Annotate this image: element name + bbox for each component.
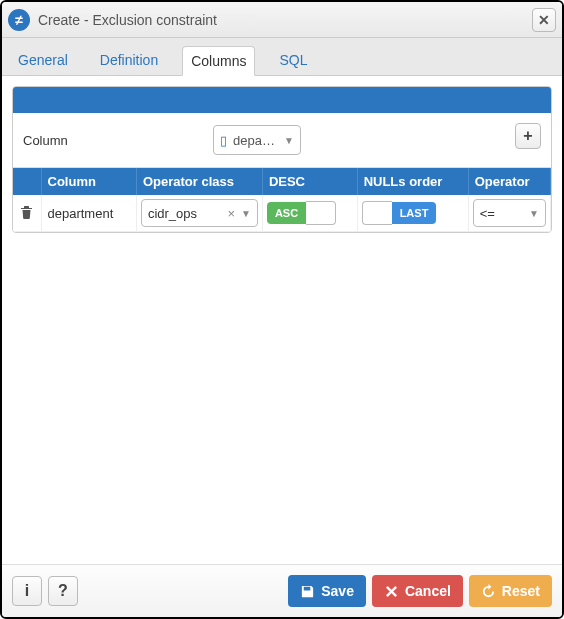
save-icon bbox=[300, 584, 315, 599]
column-icon: ▯ bbox=[220, 133, 227, 148]
cell-column-value: department bbox=[46, 202, 132, 225]
panel-header-bar bbox=[13, 87, 551, 113]
cell-nulls: LAST bbox=[357, 195, 468, 232]
grid-header-operator: Operator bbox=[468, 168, 550, 195]
nulls-toggle-label: LAST bbox=[392, 202, 437, 224]
trash-icon bbox=[20, 205, 33, 219]
info-button[interactable]: i bbox=[12, 576, 42, 606]
operator-value: <= bbox=[480, 206, 523, 221]
titlebar: ≠ Create - Exclusion constraint ✕ bbox=[2, 2, 562, 38]
plus-icon: + bbox=[523, 127, 532, 145]
cell-column: department bbox=[41, 195, 136, 232]
grid-header-opclass: Operator class bbox=[136, 168, 262, 195]
cell-desc: ASC bbox=[262, 195, 357, 232]
info-icon: i bbox=[25, 582, 29, 600]
save-button[interactable]: Save bbox=[288, 575, 366, 607]
clear-icon[interactable]: × bbox=[227, 206, 235, 221]
grid-header-nulls: NULLs order bbox=[357, 168, 468, 195]
nulls-toggle[interactable]: LAST bbox=[362, 201, 464, 225]
tab-columns[interactable]: Columns bbox=[182, 46, 255, 76]
grid-header-desc: DESC bbox=[262, 168, 357, 195]
cancel-button-label: Cancel bbox=[405, 583, 451, 599]
tab-definition[interactable]: Definition bbox=[92, 46, 166, 75]
operator-class-value: cidr_ops bbox=[148, 206, 222, 221]
column-select[interactable]: ▯ depa… ▼ bbox=[213, 125, 301, 155]
cancel-icon bbox=[384, 584, 399, 599]
dialog-title: Create - Exclusion constraint bbox=[38, 12, 532, 28]
reset-button-label: Reset bbox=[502, 583, 540, 599]
question-icon: ? bbox=[58, 582, 68, 600]
columns-grid: Column Operator class DESC NULLs order O… bbox=[13, 168, 551, 232]
tab-body: Column ▯ depa… ▼ + Column Operator class bbox=[2, 76, 562, 564]
toggle-knob bbox=[306, 201, 336, 225]
column-picker-label: Column bbox=[23, 133, 213, 148]
chevron-down-icon: ▼ bbox=[529, 208, 539, 219]
operator-class-select[interactable]: cidr_ops × ▼ bbox=[141, 199, 258, 227]
tab-sql[interactable]: SQL bbox=[271, 46, 315, 75]
close-icon: ✕ bbox=[538, 12, 550, 28]
add-column-button[interactable]: + bbox=[515, 123, 541, 149]
dialog-create-exclusion: ≠ Create - Exclusion constraint ✕ Genera… bbox=[0, 0, 564, 619]
desc-toggle[interactable]: ASC bbox=[267, 201, 353, 225]
app-icon: ≠ bbox=[8, 9, 30, 31]
operator-select[interactable]: <= ▼ bbox=[473, 199, 546, 227]
save-button-label: Save bbox=[321, 583, 354, 599]
reset-button[interactable]: Reset bbox=[469, 575, 552, 607]
columns-panel: Column ▯ depa… ▼ + Column Operator class bbox=[12, 86, 552, 233]
help-button[interactable]: ? bbox=[48, 576, 78, 606]
toggle-knob bbox=[362, 201, 392, 225]
chevron-down-icon: ▼ bbox=[284, 135, 294, 146]
grid-header-column: Column bbox=[41, 168, 136, 195]
tab-bar: General Definition Columns SQL bbox=[2, 38, 562, 76]
column-select-value: depa… bbox=[233, 133, 278, 148]
grid-header-actions bbox=[13, 168, 41, 195]
close-button[interactable]: ✕ bbox=[532, 8, 556, 32]
delete-row-button[interactable] bbox=[13, 195, 41, 232]
desc-toggle-label: ASC bbox=[267, 202, 306, 224]
table-row: department cidr_ops × ▼ ASC bbox=[13, 195, 551, 232]
cell-operator: <= ▼ bbox=[468, 195, 550, 232]
cancel-button[interactable]: Cancel bbox=[372, 575, 463, 607]
cell-opclass: cidr_ops × ▼ bbox=[136, 195, 262, 232]
tab-general[interactable]: General bbox=[10, 46, 76, 75]
reset-icon bbox=[481, 584, 496, 599]
dialog-footer: i ? Save Cancel Reset bbox=[2, 564, 562, 617]
chevron-down-icon: ▼ bbox=[241, 208, 251, 219]
column-picker-row: Column ▯ depa… ▼ + bbox=[13, 113, 551, 168]
